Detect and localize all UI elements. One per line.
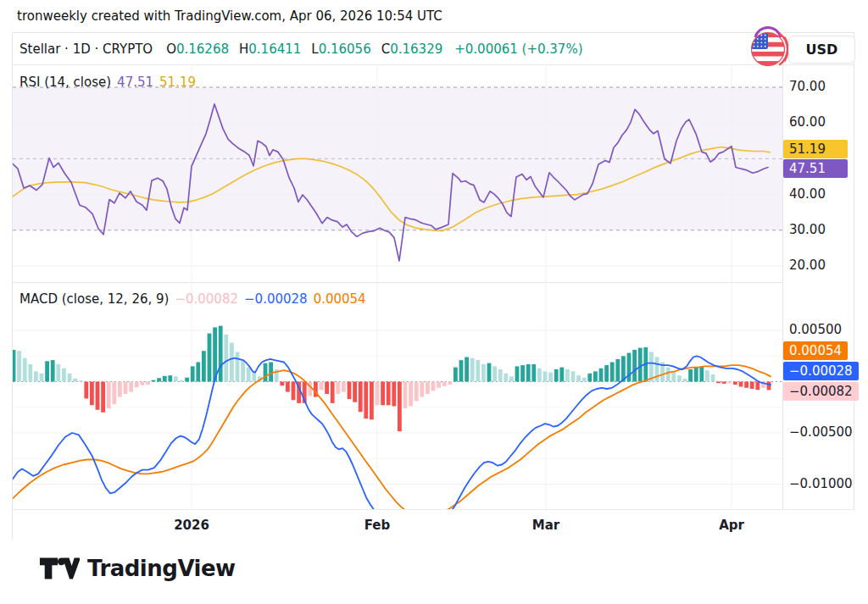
time-axis-label: Apr bbox=[719, 518, 744, 533]
time-axis[interactable]: 2026FebMarApr bbox=[13, 509, 855, 540]
ohlc-close: C0.16329 bbox=[381, 42, 443, 57]
tradingview-logo-text: TradingView bbox=[87, 556, 236, 581]
rsi-axis-label: 40.00 bbox=[789, 186, 826, 202]
currency-label: USD bbox=[806, 42, 838, 58]
macd-signal-value: 0.00054 bbox=[314, 291, 366, 307]
rsi-chart[interactable] bbox=[13, 64, 782, 282]
rsi-axis-label: 30.00 bbox=[789, 222, 826, 237]
rsi-axis-label: 20.00 bbox=[789, 258, 826, 273]
price-scale[interactable]: 70.0060.0040.0030.0020.000.00500−0.00500… bbox=[782, 64, 855, 509]
rsi-pane: RSI (14, close)47.5151.19 bbox=[13, 64, 782, 282]
ohlc-low: L0.16056 bbox=[311, 42, 370, 57]
macd-line-value: −0.00028 bbox=[244, 291, 308, 307]
currency-selector[interactable]: USD bbox=[788, 36, 855, 64]
macd-title-label: MACD (close, 12, 26, 9) bbox=[19, 291, 169, 307]
rsi-value: 47.51 bbox=[117, 75, 153, 90]
rsi-axis-label: 70.00 bbox=[789, 79, 826, 94]
rsi-ma-value: 51.19 bbox=[159, 75, 196, 90]
rsi-value-badge: 47.51 bbox=[783, 159, 848, 178]
macd-axis-label: 0.00500 bbox=[789, 322, 842, 337]
symbol-info-bar: Stellar · 1D · CRYPTO O0.16268 H0.16411 … bbox=[13, 33, 854, 65]
time-axis-label: 2026 bbox=[174, 518, 209, 533]
tradingview-attribution[interactable]: TradingView bbox=[39, 555, 236, 582]
macd-indicator-title[interactable]: MACD (close, 12, 26, 9)−0.00082−0.000280… bbox=[19, 291, 372, 307]
rsi-axis-label: 60.00 bbox=[789, 114, 826, 130]
macd-axis-label: −0.01000 bbox=[789, 476, 853, 491]
macd-value-badge: 0.00054 bbox=[783, 341, 848, 360]
tradingview-logo-icon bbox=[39, 555, 80, 582]
macd-hist-value: −0.00082 bbox=[175, 291, 238, 307]
time-axis-label: Feb bbox=[364, 518, 391, 533]
page-title: tronweekly created with TradingView.com,… bbox=[17, 8, 442, 24]
rsi-value-badge: 51.19 bbox=[783, 140, 848, 158]
rsi-indicator-title[interactable]: RSI (14, close)47.5151.19 bbox=[19, 75, 202, 90]
ohlc-open: O0.16268 bbox=[166, 42, 229, 57]
macd-value-badge: −0.00082 bbox=[783, 382, 859, 401]
macd-chart[interactable] bbox=[13, 282, 782, 509]
time-axis-label: Mar bbox=[532, 518, 559, 533]
macd-value-badge: −0.00028 bbox=[783, 362, 859, 380]
macd-pane: MACD (close, 12, 26, 9)−0.00082−0.000280… bbox=[13, 282, 782, 509]
macd-axis-label: −0.00500 bbox=[789, 424, 853, 440]
usd-flag-icon bbox=[748, 22, 792, 75]
symbol-title[interactable]: Stellar · 1D · CRYPTO bbox=[19, 42, 153, 57]
price-change: +0.00061 (+0.37%) bbox=[454, 42, 582, 57]
chart-widget: Stellar · 1D · CRYPTO O0.16268 H0.16411 … bbox=[12, 32, 854, 540]
ohlc-high: H0.16411 bbox=[239, 42, 301, 57]
rsi-title-label: RSI (14, close) bbox=[19, 75, 111, 90]
